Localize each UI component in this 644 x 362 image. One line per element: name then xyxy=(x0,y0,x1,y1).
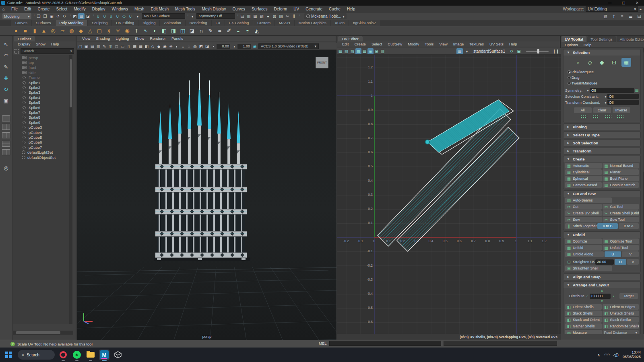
shelf-tab[interactable]: UV Editing xyxy=(112,20,138,26)
outliner-hscrollbar[interactable] xyxy=(13,331,73,335)
uv-editor-menu-item[interactable]: UV Sets xyxy=(487,42,506,46)
shell-mode-icon[interactable]: ▦ xyxy=(621,58,631,67)
transform-section-header[interactable]: ►Transform xyxy=(564,148,640,154)
uv-editor-menu-item[interactable]: Help xyxy=(507,42,520,46)
extract-icon[interactable]: ◫ xyxy=(179,27,187,35)
outliner-tab[interactable]: Outliner xyxy=(14,36,35,41)
image-display-icon[interactable]: ▥ xyxy=(380,48,386,54)
symmetry-dropdown-arrow[interactable]: ▾ xyxy=(587,88,589,93)
shelf-tab[interactable]: FX Caching xyxy=(225,20,253,26)
taskbar-search[interactable]: ⌕Search xyxy=(18,350,55,360)
straighten-u-button[interactable]: U xyxy=(615,259,626,265)
outliner-item[interactable]: Frame xyxy=(13,75,72,80)
use-lights-icon[interactable]: ✳ xyxy=(168,43,174,49)
uv-editor-menu-item[interactable]: Create xyxy=(352,42,368,46)
distribute-down-arrow[interactable]: ∨ xyxy=(564,300,640,302)
clock[interactable]: 13:44 05/05/2025 xyxy=(623,350,641,359)
attribute-editor-icon[interactable]: ≡ xyxy=(619,13,625,19)
menu-item[interactable]: Mesh Display xyxy=(198,7,229,11)
menu-item[interactable]: Mesh xyxy=(131,7,147,11)
collapsed-section-header[interactable]: ►Pinning xyxy=(564,124,640,130)
uv-editor-menu-item[interactable]: Tools xyxy=(422,42,436,46)
pause-icon[interactable]: II xyxy=(291,13,297,19)
opera-icon[interactable] xyxy=(58,350,68,360)
sweep-mesh-icon[interactable]: ∿ xyxy=(142,27,150,35)
bake-texture-icon[interactable]: ▣ xyxy=(516,48,522,54)
symmetry-field[interactable]: Symmetry: Off xyxy=(196,13,235,19)
menu-item[interactable]: Deform xyxy=(271,7,291,11)
collapsed-section-header[interactable]: ►Select By Type xyxy=(564,132,640,138)
selection-constraint-arrow[interactable]: ▾ xyxy=(605,94,607,99)
create-projection-button[interactable]: ▦Camera-Based xyxy=(565,182,602,188)
uv-mode-icon[interactable]: ⊡ xyxy=(609,58,619,67)
menu-item[interactable]: Surfaces xyxy=(248,7,270,11)
render-settings-icon[interactable]: ▧ xyxy=(258,13,265,19)
cut-sew-button[interactable]: ✂Cut xyxy=(565,204,602,210)
hypershade-icon[interactable]: ● xyxy=(265,13,271,19)
shelf-tab[interactable]: MASH xyxy=(275,20,294,26)
snap-grid-icon[interactable]: ∪ xyxy=(95,13,101,19)
exposure-icon[interactable]: ◔ xyxy=(210,43,216,49)
menu-item[interactable]: File xyxy=(8,7,21,11)
vertex-mode-icon[interactable]: ▫ xyxy=(573,58,583,67)
shaded-icon[interactable]: ◆ xyxy=(156,43,162,49)
quad-draw-icon[interactable]: ✐ xyxy=(225,27,233,35)
exposure-field[interactable]: 0.00 xyxy=(217,44,230,49)
wifi-icon[interactable]: ◠◠ xyxy=(604,353,609,357)
snap-curve-icon[interactable]: ∪ xyxy=(101,13,108,19)
resolution-gate-icon[interactable]: ▯ xyxy=(126,43,132,49)
unfold-along-u-button[interactable]: U xyxy=(605,251,621,257)
isolate-icon[interactable]: ❙❙ xyxy=(553,48,559,54)
toolkit-menu-item[interactable]: Options xyxy=(565,43,578,47)
refresh-icon[interactable]: ↻ xyxy=(508,48,515,54)
a-to-b-button[interactable]: A to B xyxy=(597,223,617,229)
marquee-radio[interactable]: Tweak/Marquee xyxy=(568,81,636,85)
snap-plane-icon[interactable]: ◇ xyxy=(121,13,127,19)
arrange-button[interactable]: ◧Stack Similar xyxy=(603,317,639,323)
toolkit-tab[interactable]: Attribute Editor xyxy=(617,36,644,42)
3d-viewer-icon[interactable] xyxy=(113,350,123,360)
edge-mode-icon[interactable]: ◇ xyxy=(585,58,595,67)
cut-icon[interactable]: ✂ xyxy=(284,13,291,19)
poly-sphere-icon[interactable]: ● xyxy=(12,27,20,35)
maximize-button[interactable]: ▢ xyxy=(617,0,630,6)
render-flair-icon[interactable]: ◍ xyxy=(271,13,278,19)
poly-text-icon[interactable]: T xyxy=(132,27,140,35)
outliner-item[interactable]: Spike8 xyxy=(13,115,72,120)
transform-constraint-value[interactable]: Off xyxy=(607,100,639,105)
tray-chevron-icon[interactable]: ∧ xyxy=(597,353,600,357)
create-projection-button[interactable]: ▦Normal-Based xyxy=(603,163,639,169)
face-mode-icon[interactable]: ◆ xyxy=(597,58,607,67)
snap-projected-icon[interactable]: ∪ xyxy=(114,13,121,19)
workspace-lock-icon[interactable]: 🔒︎ xyxy=(640,7,642,11)
distribute-up-arrow[interactable]: ∧ xyxy=(564,290,640,292)
separate-icon[interactable]: ◨ xyxy=(169,27,178,35)
cut-sew-button[interactable]: ✂Create Shell (Grid) xyxy=(603,210,639,216)
menu-item[interactable]: Create xyxy=(34,7,53,11)
pixel-snap-icon[interactable]: ▦ xyxy=(361,48,367,54)
menu-item[interactable]: Edit xyxy=(21,7,34,11)
close-button[interactable]: ✕ xyxy=(630,0,644,6)
outliner-item[interactable]: side xyxy=(13,70,72,75)
home-icon[interactable]: ⌂ xyxy=(2,7,5,11)
uv-editor-menu-item[interactable]: Select xyxy=(369,42,384,46)
poly-cylinder-icon[interactable]: ▮ xyxy=(31,27,39,35)
shelf-tab[interactable]: Surfaces xyxy=(32,20,55,26)
poly-soccer-icon[interactable]: ◉ xyxy=(123,27,131,35)
arrange-button[interactable]: ◧Stack and Orient xyxy=(565,317,602,323)
toolkit-menu-item[interactable]: Help xyxy=(584,43,592,47)
viewport-menu-item[interactable]: Shading xyxy=(93,36,112,41)
gamma-field[interactable]: 1.00 xyxy=(237,44,251,49)
poly-helix-icon[interactable]: § xyxy=(105,27,113,35)
mirror-icon[interactable]: ◓ xyxy=(244,27,252,35)
unfold-button[interactable]: ▩Unfold xyxy=(565,245,602,251)
outliner-search-input[interactable]: Search...▾ xyxy=(21,48,74,54)
zoom-tool-icon[interactable]: ◎ xyxy=(2,163,10,172)
shelf-tab[interactable]: Sculpting xyxy=(88,20,111,26)
poly-cube-icon[interactable]: ■ xyxy=(21,27,29,35)
distribute-left-arrow[interactable]: ‹ xyxy=(586,294,588,298)
poly-torus-icon[interactable]: ◎ xyxy=(49,27,57,35)
viewport-menu-item[interactable]: Renderer xyxy=(147,36,168,41)
unfold-button[interactable]: ▩Optimize Tool xyxy=(603,239,639,244)
snap-point-icon[interactable]: ∪ xyxy=(108,13,114,19)
